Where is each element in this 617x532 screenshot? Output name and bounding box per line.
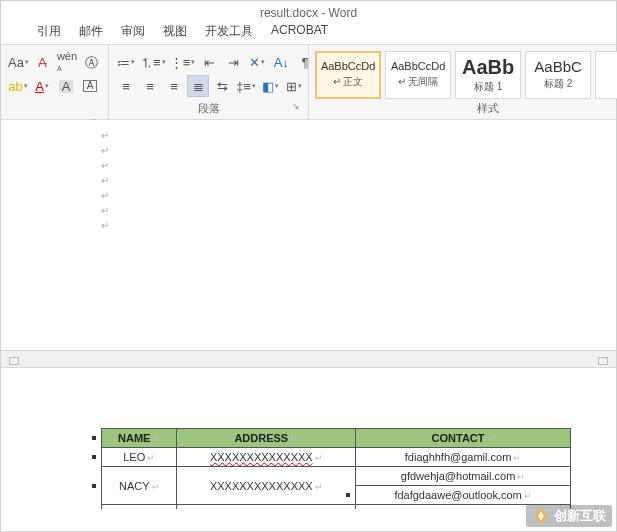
phonetic-guide-button[interactable]: wénA <box>56 51 78 73</box>
page-2: NAME↵ADDRESS↵CONTACT↵LEO↵XXXXXXXXXXXXXX↵… <box>1 368 616 509</box>
paragraph-group: ≔▾ ⒈≡▾ ⋮≡▾ ⇤ ⇥ ✕▾ A↓ ¶ ≡ ≡ ≡ ≣ ⇆ <box>109 45 309 119</box>
change-case-button[interactable]: Aa▾ <box>7 51 30 73</box>
styles-group-label: 样式 <box>315 99 617 117</box>
style-item-3[interactable]: AaBbC标题 2 <box>525 51 591 99</box>
table-header[interactable]: NAME↵ <box>102 429 177 448</box>
styles-group: AaBbCcDd↵ 正文AaBbCcDd↵ 无间隔AaBb标题 1AaBbC标题… <box>309 45 617 119</box>
cell-name[interactable]: NACY↵ <box>102 467 177 505</box>
multilevel-button[interactable]: ⋮≡▾ <box>169 51 197 73</box>
table-header[interactable]: CONTACT↵ <box>356 429 571 448</box>
page-break-gap <box>1 350 616 368</box>
style-sample: AaBbC <box>534 59 582 74</box>
style-item-4[interactable]: A标 <box>595 51 617 99</box>
increase-indent-button[interactable]: ⇥ <box>222 51 244 73</box>
style-sample: AaBbCcDd <box>391 61 445 72</box>
borders-button[interactable]: ⊞▾ <box>283 75 305 97</box>
style-item-1[interactable]: AaBbCcDd↵ 无间隔 <box>385 51 451 99</box>
style-item-2[interactable]: AaBb标题 1 <box>455 51 521 99</box>
table-header[interactable]: ADDRESS↵ <box>177 429 356 448</box>
style-name: 标题 1 <box>474 80 502 94</box>
align-center-button[interactable]: ≡ <box>139 75 161 97</box>
watermark-logo-icon <box>532 507 550 525</box>
word-window: result.docx - Word 引用 邮件 审阅 视图 开发工具 ACRO… <box>0 0 617 532</box>
table-row[interactable]: NACY↵XXXXXXXXXXXXXX↵gfdwehja@hotmail.com… <box>102 467 571 486</box>
watermark-text: 创新互联 <box>554 507 606 525</box>
data-table[interactable]: NAME↵ADDRESS↵CONTACT↵LEO↵XXXXXXXXXXXXXX↵… <box>101 428 571 509</box>
justify-button[interactable]: ≣ <box>187 75 209 97</box>
ribbon-tabs: 引用 邮件 审阅 视图 开发工具 ACROBAT <box>1 23 616 45</box>
style-name: ↵ 无间隔 <box>398 75 439 89</box>
tab-acrobat[interactable]: ACROBAT <box>271 23 328 40</box>
style-name: 标题 2 <box>544 77 572 91</box>
tab-references[interactable]: 引用 <box>37 23 61 40</box>
page-1: ↵ ↵ ↵ ↵ ↵ ↵ ↵ <box>1 120 616 350</box>
char-shading-button[interactable]: A <box>55 75 77 97</box>
tab-mailings[interactable]: 邮件 <box>79 23 103 40</box>
sort-button[interactable]: A↓ <box>270 51 292 73</box>
cell-address[interactable]: XXXXXXXXXXXXXX↵ <box>177 448 356 467</box>
highlight-button[interactable]: ab▾ <box>7 75 29 97</box>
tab-developer[interactable]: 开发工具 <box>205 23 253 40</box>
watermark: 创新互联 <box>526 505 612 527</box>
paragraph-mark-icon: ↵ <box>101 128 616 143</box>
table-row[interactable]: DAN↵XXXXXXXXXXXXXX↵FDSAGR@outlook.com↵ <box>102 505 571 510</box>
cell-name[interactable]: LEO↵ <box>102 448 177 467</box>
cell-contact[interactable]: fdiaghhfh@gamil.com↵ <box>356 448 571 467</box>
cell-contact[interactable]: gfdwehja@hotmail.com↵ <box>356 467 571 486</box>
align-right-button[interactable]: ≡ <box>163 75 185 97</box>
cell-address[interactable]: XXXXXXXXXXXXXX↵ <box>177 467 356 505</box>
cell-address[interactable]: XXXXXXXXXXXXXX↵ <box>177 505 356 510</box>
document-area[interactable]: ↵ ↵ ↵ ↵ ↵ ↵ ↵ ✥ NAME↵ADDRESS↵CONTACT↵LEO… <box>1 120 616 509</box>
char-border-button[interactable]: A <box>79 75 101 97</box>
window-title: result.docx - Word <box>260 6 357 20</box>
shading-button[interactable]: ◧▾ <box>259 75 281 97</box>
decrease-indent-button[interactable]: ⇤ <box>198 51 220 73</box>
distributed-button[interactable]: ⇆ <box>211 75 233 97</box>
style-sample: AaBb <box>462 57 514 77</box>
style-item-0[interactable]: AaBbCcDd↵ 正文 <box>315 51 381 99</box>
font-group: Aa▾ A̶ wénA Ⓐ ab▾ A▾ A A ↘ <box>1 45 109 119</box>
style-sample: AaBbCcDd <box>321 61 375 72</box>
clear-format-button[interactable]: A̶ <box>32 51 54 73</box>
table-row[interactable]: LEO↵XXXXXXXXXXXXXX↵fdiaghhfh@gamil.com↵ <box>102 448 571 467</box>
paragraph-dialog-launcher-icon[interactable]: ↘ <box>292 101 300 111</box>
paragraph-group-label: 段落 ↘ <box>115 99 302 117</box>
line-spacing-button[interactable]: ‡≡▾ <box>235 75 257 97</box>
numbering-button[interactable]: ⒈≡▾ <box>139 51 167 73</box>
font-group-label: ↘ <box>7 114 102 117</box>
tab-review[interactable]: 审阅 <box>121 23 145 40</box>
ribbon: Aa▾ A̶ wénA Ⓐ ab▾ A▾ A A ↘ <box>1 45 616 120</box>
bullets-button[interactable]: ≔▾ <box>115 51 137 73</box>
cell-name[interactable]: DAN↵ <box>102 505 177 510</box>
title-bar: result.docx - Word <box>1 1 616 23</box>
font-color-button[interactable]: A▾ <box>31 75 53 97</box>
ltr-button[interactable]: ✕▾ <box>246 51 268 73</box>
enclose-char-button[interactable]: Ⓐ <box>80 51 102 73</box>
style-name: ↵ 正文 <box>333 75 364 89</box>
align-left-button[interactable]: ≡ <box>115 75 137 97</box>
cell-contact[interactable]: fdafgdaawe@outlook.com↵ <box>356 486 571 505</box>
tab-view[interactable]: 视图 <box>163 23 187 40</box>
styles-gallery[interactable]: AaBbCcDd↵ 正文AaBbCcDd↵ 无间隔AaBb标题 1AaBbC标题… <box>315 51 617 99</box>
